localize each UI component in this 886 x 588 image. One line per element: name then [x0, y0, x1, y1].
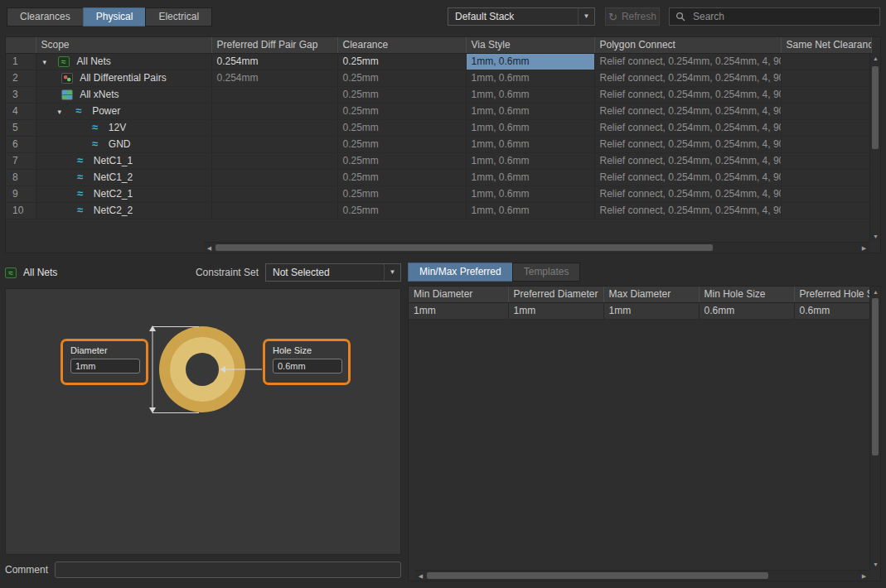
tab-minmax-preferred[interactable]: Min/Max Preferred [408, 263, 512, 282]
preferred-hole-size-cell[interactable]: 0.6mm [794, 302, 871, 319]
same-net-clearance-cell[interactable] [781, 136, 871, 152]
horizontal-scrollbar[interactable]: ◀ ▶ [204, 242, 869, 253]
table-row[interactable]: 7 ≈ NetC1_1 0.25mm 1mm, 0.6mm Relief con… [6, 152, 871, 169]
scope-cell[interactable]: ≈ NetC2_1 [36, 186, 211, 202]
table-row[interactable]: 1 ▾ ≈ All Nets 0.254mm 0.25mm 1mm, 0.6mm… [6, 53, 871, 70]
via-style-cell[interactable]: 1mm, 0.6mm [466, 119, 594, 136]
scope-cell[interactable]: ▾ ≈ Power [36, 103, 211, 119]
scrollbar-thumb[interactable] [872, 66, 879, 149]
clearance-cell[interactable]: 0.25mm [337, 169, 466, 186]
polygon-connect-cell[interactable]: Relief connect, 0.254mm, 0.254mm, 4, 90 [594, 136, 781, 152]
table-row[interactable]: 10 ≈ NetC2_2 0.25mm 1mm, 0.6mm Relief co… [6, 202, 871, 219]
table-row[interactable]: 4 ▾ ≈ Power 0.25mm 1mm, 0.6mm Relief con… [6, 103, 871, 119]
table-row[interactable]: 8 ≈ NetC1_2 0.25mm 1mm, 0.6mm Relief con… [6, 169, 871, 186]
same-net-clearance-cell[interactable] [781, 202, 871, 219]
refresh-button[interactable]: ↻ Refresh [605, 7, 660, 26]
via-style-cell-selected[interactable]: 1mm, 0.6mm [466, 53, 594, 70]
horizontal-scrollbar[interactable]: ◀ ▶ [415, 570, 869, 581]
scope-cell[interactable]: All Differential Pairs [36, 70, 211, 86]
polygon-connect-cell[interactable]: Relief connect, 0.254mm, 0.254mm, 4, 90 [594, 186, 781, 202]
column-header-min-hole-size[interactable]: Min Hole Size [699, 287, 794, 302]
vertical-scrollbar[interactable]: ▲ ▼ [869, 287, 880, 570]
diff-pair-gap-cell[interactable] [211, 119, 337, 136]
expander-icon[interactable]: ▾ [58, 108, 70, 116]
clearance-cell[interactable]: 0.25mm [337, 53, 466, 70]
clearance-cell[interactable]: 0.25mm [337, 202, 466, 219]
same-net-clearance-cell[interactable] [781, 53, 871, 70]
tab-electrical[interactable]: Electrical [145, 7, 212, 27]
polygon-connect-cell[interactable]: Relief connect, 0.254mm, 0.254mm, 4, 90 [594, 53, 781, 70]
diff-pair-gap-cell[interactable] [211, 202, 337, 219]
scroll-down-button[interactable]: ▼ [870, 231, 881, 242]
table-row[interactable]: 2 All Differential Pairs 0.254mm 0.25mm … [6, 70, 871, 86]
polygon-connect-cell[interactable]: Relief connect, 0.254mm, 0.254mm, 4, 90 [594, 152, 781, 169]
polygon-connect-cell[interactable]: Relief connect, 0.254mm, 0.254mm, 4, 90 [594, 169, 781, 186]
table-row[interactable]: 9 ≈ NetC2_1 0.25mm 1mm, 0.6mm Relief con… [6, 186, 871, 202]
scroll-left-button[interactable]: ◀ [415, 571, 426, 581]
via-style-cell[interactable]: 1mm, 0.6mm [466, 86, 594, 103]
same-net-clearance-cell[interactable] [781, 186, 871, 202]
same-net-clearance-cell[interactable] [781, 119, 871, 136]
table-row[interactable]: 3 All xNets 0.25mm 1mm, 0.6mm Relief con… [6, 86, 871, 103]
diff-pair-gap-cell[interactable]: 0.254mm [211, 70, 337, 86]
scroll-right-button[interactable]: ▶ [859, 571, 869, 581]
via-style-cell[interactable]: 1mm, 0.6mm [466, 136, 594, 152]
column-header-same-net-clearance[interactable]: Same Net Clearance [781, 37, 871, 53]
diameter-input[interactable] [70, 359, 140, 374]
column-header-preferred-hole-size[interactable]: Preferred Hole Size [794, 287, 871, 302]
column-header-clearance[interactable]: Clearance [337, 37, 466, 53]
diff-pair-gap-cell[interactable] [211, 103, 337, 119]
scope-cell[interactable]: ≈ NetC1_1 [36, 152, 211, 169]
max-diameter-cell[interactable]: 1mm [603, 302, 699, 319]
polygon-connect-cell[interactable]: Relief connect, 0.254mm, 0.254mm, 4, 90 [594, 119, 781, 136]
tab-templates[interactable]: Templates [512, 263, 581, 282]
via-style-cell[interactable]: 1mm, 0.6mm [466, 169, 594, 186]
same-net-clearance-cell[interactable] [781, 169, 871, 186]
table-row[interactable]: 5 ≈ 12V 0.25mm 1mm, 0.6mm Relief connect… [6, 119, 871, 136]
scroll-up-button[interactable]: ▲ [870, 287, 881, 297]
polygon-connect-cell[interactable]: Relief connect, 0.254mm, 0.254mm, 4, 90 [594, 103, 781, 119]
clearance-cell[interactable]: 0.25mm [337, 119, 466, 136]
layer-stack-dropdown[interactable]: Default Stack ▼ [448, 7, 595, 26]
min-hole-size-cell[interactable]: 0.6mm [699, 302, 794, 319]
table-row[interactable]: 6 ≈ GND 0.25mm 1mm, 0.6mm Relief connect… [6, 136, 871, 152]
column-header-preferred-diameter[interactable]: Preferred Diameter [508, 287, 603, 302]
expander-icon[interactable]: ▾ [43, 58, 56, 66]
same-net-clearance-cell[interactable] [781, 86, 871, 103]
tab-physical[interactable]: Physical [83, 7, 146, 27]
clearance-cell[interactable]: 0.25mm [337, 152, 466, 169]
constraint-set-dropdown[interactable]: Not Selected ▼ [265, 263, 401, 282]
scope-cell[interactable]: ▾ ≈ All Nets [36, 53, 211, 70]
preferred-diameter-cell[interactable]: 1mm [508, 302, 603, 319]
scope-cell[interactable]: ≈ GND [36, 136, 211, 152]
scope-cell[interactable]: All xNets [36, 86, 211, 103]
polygon-connect-cell[interactable]: Relief connect, 0.254mm, 0.254mm, 4, 90 [594, 86, 781, 103]
comment-input[interactable] [55, 561, 401, 578]
scroll-up-button[interactable]: ▲ [870, 53, 881, 64]
min-diameter-cell[interactable]: 1mm [409, 302, 508, 319]
clearance-cell[interactable]: 0.25mm [337, 103, 466, 119]
via-style-cell[interactable]: 1mm, 0.6mm [466, 202, 594, 219]
tab-clearances[interactable]: Clearances [7, 7, 83, 27]
column-header-max-diameter[interactable]: Max Diameter [603, 287, 699, 302]
diff-pair-gap-cell[interactable] [211, 186, 337, 202]
table-row[interactable]: 1mm 1mm 1mm 0.6mm 0.6mm [409, 302, 871, 319]
clearance-cell[interactable]: 0.25mm [337, 186, 466, 202]
column-header-min-diameter[interactable]: Min Diameter [409, 287, 508, 302]
scope-cell[interactable]: ≈ NetC1_2 [36, 169, 211, 186]
column-header-polygon-connect[interactable]: Polygon Connect [594, 37, 781, 53]
clearance-cell[interactable]: 0.25mm [337, 70, 466, 86]
column-header-via-style[interactable]: Via Style [466, 37, 594, 53]
hole-size-input[interactable] [273, 359, 342, 374]
via-style-cell[interactable]: 1mm, 0.6mm [466, 70, 594, 86]
polygon-connect-cell[interactable]: Relief connect, 0.254mm, 0.254mm, 4, 90 [594, 202, 781, 219]
scrollbar-thumb[interactable] [427, 572, 768, 579]
same-net-clearance-cell[interactable] [781, 70, 871, 86]
scrollbar-thumb[interactable] [872, 298, 879, 455]
column-header-scope[interactable]: Scope [36, 37, 211, 53]
via-style-cell[interactable]: 1mm, 0.6mm [466, 103, 594, 119]
diff-pair-gap-cell[interactable]: 0.254mm [211, 53, 337, 70]
diff-pair-gap-cell[interactable] [211, 136, 337, 152]
clearance-cell[interactable]: 0.25mm [337, 136, 466, 152]
scrollbar-thumb[interactable] [215, 244, 713, 251]
